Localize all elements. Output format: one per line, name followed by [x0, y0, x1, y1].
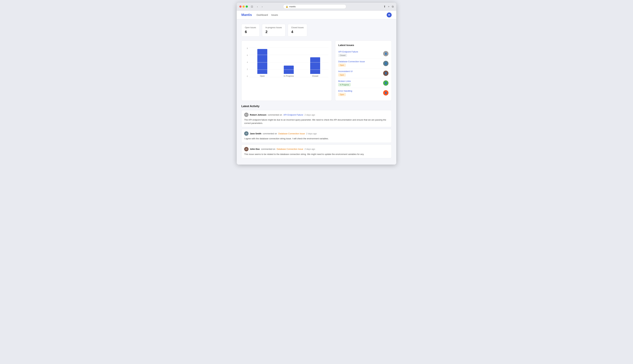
activity-issue-link-2[interactable]: Database Connection Issue — [278, 132, 305, 135]
activity-header-3: JD John Doe commented on Database Connec… — [244, 147, 389, 151]
issue-item-4: Broken Links In Progress 👤 — [338, 78, 389, 88]
y-label-6: 6 — [245, 54, 248, 56]
bar-label-closed: Closed — [312, 75, 318, 77]
activity-time-2: 2 days ago — [306, 132, 317, 135]
browser-window: ⊡ ‹ › 🔒 mantis ⬆ + ⧉ Mantis Dashboard Is… — [237, 3, 396, 164]
activity-action-2: commented on — [263, 132, 277, 135]
browser-actions: ⬆ + ⧉ — [384, 5, 394, 8]
chart-y-axis: 0 2 4 6 8 — [245, 47, 248, 80]
issue-left-2: Database Connection Issue Open — [338, 60, 383, 66]
y-label-8: 8 — [245, 47, 248, 49]
issues-card: Latest Issues API Endpoint Failure Close… — [335, 40, 392, 101]
issue-left-4: Broken Links In Progress — [338, 80, 383, 86]
issue-title-2[interactable]: Database Connection Issue — [338, 60, 383, 63]
issue-item-1: API Endpoint Failure Closed 👤 — [338, 49, 389, 58]
share-button[interactable]: ⬆ — [384, 5, 386, 8]
issue-avatar-4: 👤 — [383, 80, 389, 86]
activity-avatar-2: JS — [244, 131, 248, 136]
issue-item-2: Database Connection Issue Open 👤 — [338, 58, 389, 68]
activity-action-3: commented on — [261, 148, 275, 150]
stat-label-open: Open Issues — [245, 26, 256, 29]
avatar[interactable]: M — [387, 12, 392, 18]
activity-body-2: I agree with the database connection str… — [244, 137, 389, 140]
issue-avatar-1: 👤 — [383, 51, 389, 56]
issue-left-1: API Endpoint Failure Closed — [338, 50, 383, 57]
dashboard-grid: 0 2 4 6 8 — [241, 40, 392, 101]
activity-body-1: The API endpoint failure might be due to… — [244, 118, 389, 125]
bar-label-inprogress: In Progress — [283, 75, 294, 77]
bar-closed[interactable] — [310, 57, 320, 74]
bar-open[interactable] — [257, 49, 267, 74]
issue-badge-5: Open — [338, 93, 346, 96]
issue-left-3: Inconsistent UI Open — [338, 70, 383, 76]
activity-section-title: Latest Activity — [241, 105, 392, 108]
bar-label-open: Open — [260, 75, 265, 77]
chart-bars: Open In Progress Closed — [249, 47, 328, 80]
issue-badge-3: Open — [338, 74, 346, 76]
app-container: Mantis Dashboard Issues M Open Issues 6 … — [237, 11, 396, 164]
lock-icon: 🔒 — [285, 5, 288, 8]
minimize-button[interactable] — [242, 6, 245, 8]
stat-label-closed: Closed Issues — [291, 26, 304, 29]
issue-item-5: Error Handling Open 👤 — [338, 88, 389, 98]
chart-inner: Open In Progress Closed — [249, 47, 328, 80]
new-tab-button[interactable]: + — [388, 5, 390, 8]
issue-title-5[interactable]: Error Handling — [338, 90, 383, 92]
maximize-button[interactable] — [246, 6, 248, 8]
activity-header-1: RJ Robert Johnson commented on API Endpo… — [244, 112, 389, 117]
bar-inprogress[interactable] — [284, 66, 294, 74]
issue-badge-2: Open — [338, 64, 346, 66]
y-label-2: 2 — [245, 68, 248, 70]
tabs-button[interactable]: ⧉ — [392, 5, 394, 8]
browser-titlebar: ⊡ ‹ › 🔒 mantis ⬆ + ⧉ — [237, 3, 396, 11]
stat-card-open: Open Issues 6 — [241, 24, 260, 36]
activity-issue-link-3[interactable]: Database Connection Issue — [277, 148, 303, 150]
activity-avatar-1: RJ — [244, 112, 248, 117]
stat-label-inprogress: In-progress Issues — [265, 26, 282, 29]
activity-card-3: JD John Doe commented on Database Connec… — [241, 144, 392, 158]
issue-badge-1: Closed — [338, 54, 347, 57]
traffic-lights — [239, 6, 248, 8]
stat-value-open: 6 — [245, 30, 256, 34]
issue-avatar-5: 👤 — [383, 90, 389, 96]
sidebar-toggle-button[interactable]: ⊡ — [250, 5, 254, 8]
back-button[interactable]: ‹ — [256, 5, 259, 8]
activity-section: Latest Activity RJ Robert Johnson commen… — [241, 105, 392, 158]
main-content: Open Issues 6 In-progress Issues 2 Close… — [237, 19, 396, 164]
forward-button[interactable]: › — [261, 5, 264, 8]
issue-left-5: Error Handling Open — [338, 90, 383, 96]
activity-card-2: JS Jane Smith commented on Database Conn… — [241, 129, 392, 143]
app-nav: Mantis Dashboard Issues M — [237, 11, 396, 19]
close-button[interactable] — [239, 6, 241, 8]
issue-avatar-2: 👤 — [383, 61, 389, 66]
y-label-0: 0 — [245, 75, 248, 77]
url-text: mantis — [289, 5, 295, 8]
nav-dashboard[interactable]: Dashboard — [256, 13, 268, 17]
nav-issues[interactable]: Issues — [271, 13, 278, 17]
issue-title-1[interactable]: API Endpoint Failure — [338, 50, 383, 53]
address-bar[interactable]: 🔒 mantis — [283, 4, 346, 9]
stat-card-inprogress: In-progress Issues 2 — [262, 24, 285, 36]
issue-avatar-3: 👤 — [383, 70, 389, 76]
stat-value-closed: 4 — [291, 30, 304, 34]
chart-area: 0 2 4 6 8 — [245, 44, 328, 80]
activity-body-3: This issue seems to be related to the da… — [244, 152, 389, 156]
issue-badge-4: In Progress — [338, 83, 351, 86]
issue-item-3: Inconsistent UI Open 👤 — [338, 68, 389, 78]
activity-header-2: JS Jane Smith commented on Database Conn… — [244, 131, 389, 136]
issue-title-4[interactable]: Broken Links — [338, 80, 383, 82]
issue-title-3[interactable]: Inconsistent UI — [338, 70, 383, 72]
app-logo[interactable]: Mantis — [241, 13, 252, 17]
bar-group-inprogress: In Progress — [283, 66, 294, 77]
activity-avatar-3: JD — [244, 147, 248, 151]
activity-action-1: commented on — [268, 114, 282, 116]
y-label-4: 4 — [245, 61, 248, 63]
activity-time-1: 2 days ago — [304, 114, 315, 116]
activity-issue-link-1[interactable]: API Endpoint Failure — [283, 114, 303, 116]
activity-user-1: Robert Johnson — [250, 114, 266, 116]
issues-card-title: Latest Issues — [338, 44, 389, 46]
activity-card-1: RJ Robert Johnson commented on API Endpo… — [241, 110, 392, 127]
bar-group-open: Open — [257, 49, 267, 77]
activity-user-3: John Doe — [250, 148, 260, 150]
stats-row: Open Issues 6 In-progress Issues 2 Close… — [241, 24, 392, 36]
